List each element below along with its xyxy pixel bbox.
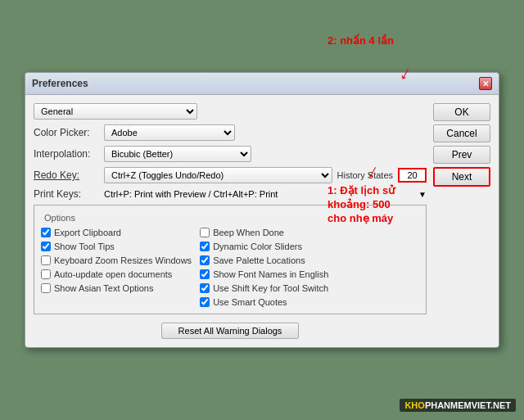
main-content: General Color Picker: Adobe Interpolatio… [34,103,427,339]
watermark-kho: KHO [404,400,424,410]
shift-key-checkbox[interactable] [200,283,210,293]
dynamic-color-checkbox[interactable] [200,242,210,251]
checkbox-asian-text: Show Asian Text Options [41,283,192,293]
print-keys-label: Print Keys: [34,188,99,200]
watermark-rest: PHANMEMVIET.NET [425,400,511,410]
checkbox-auto-update: Auto-update open documents [41,269,192,279]
options-group: Options Export Clipboard Show Tool Tips [34,205,427,314]
font-names-label: Show Font Names in English [213,269,328,279]
print-keys-row: Print Keys: Ctrl+P: Print with Preview /… [34,188,427,200]
options-left-col: Export Clipboard Show Tool Tips Keyboard… [41,228,192,307]
dialog-title: Preferences [32,78,88,89]
checkbox-dynamic-color: Dynamic Color Sliders [200,242,328,251]
history-label: History States [337,170,393,180]
color-picker-row: Color Picker: Adobe [34,124,427,141]
watermark: KHOPHANMEMVIET.NET [400,399,516,412]
smart-quotes-checkbox[interactable] [200,297,210,307]
side-buttons: OK Cancel Prev Next [433,103,490,339]
options-title: Options [41,213,79,223]
title-bar: Preferences ✕ [25,73,499,95]
interpolation-select[interactable]: Bicubic (Better) [104,146,251,162]
close-button[interactable]: ✕ [479,77,492,90]
print-keys-value: Ctrl+P: Print with Preview / Ctrl+Alt+P:… [104,189,413,199]
checkbox-keyboard-zoom: Keyboard Zoom Resizes Windows [41,255,192,265]
shift-key-label: Use Shift Key for Tool Switch [213,283,328,293]
next-button[interactable]: Next [433,167,490,187]
general-row: General [34,103,427,120]
checkbox-save-palette: Save Palette Locations [200,255,328,265]
redo-select[interactable]: Ctrl+Z (Toggles Undo/Redo) [104,167,332,183]
checkbox-smart-quotes: Use Smart Quotes [200,297,328,307]
color-picker-label: Color Picker: [34,127,99,138]
save-palette-checkbox[interactable] [200,255,210,265]
prev-button[interactable]: Prev [433,146,490,164]
save-palette-label: Save Palette Locations [213,255,305,265]
checkbox-shift-key: Use Shift Key for Tool Switch [200,283,328,293]
export-clipboard-label: Export Clipboard [54,228,121,237]
color-picker-select[interactable]: Adobe [104,124,235,141]
checkbox-beep: Beep When Done [200,228,328,237]
asian-text-label: Show Asian Text Options [54,283,153,293]
dynamic-color-label: Dynamic Color Sliders [213,242,302,251]
show-tooltips-checkbox[interactable] [41,242,51,251]
preferences-dialog: Preferences ✕ General Color Picker: Adob… [25,72,499,348]
print-dropdown-icon[interactable]: ▼ [418,190,427,199]
ok-button[interactable]: OK [433,103,490,121]
beep-checkbox[interactable] [200,228,210,237]
show-tooltips-label: Show Tool Tips [54,242,115,251]
interpolation-row: Interpolation: Bicubic (Better) [34,146,427,162]
smart-quotes-label: Use Smart Quotes [213,297,287,307]
auto-update-checkbox[interactable] [41,269,51,279]
cancel-button[interactable]: Cancel [433,124,490,142]
general-select[interactable]: General [34,103,197,120]
auto-update-label: Auto-update open documents [54,269,172,279]
options-columns: Export Clipboard Show Tool Tips Keyboard… [41,228,419,307]
keyboard-zoom-checkbox[interactable] [41,255,51,265]
interpolation-label: Interpolation: [34,148,99,160]
export-clipboard-checkbox[interactable] [41,228,51,237]
options-right-col: Beep When Done Dynamic Color Sliders Sav… [200,228,328,307]
annotation-2: 2: nhấn 4 lần [328,34,394,47]
dialog-body: General Color Picker: Adobe Interpolatio… [25,95,499,347]
checkbox-show-tooltips: Show Tool Tips [41,242,192,251]
reset-button[interactable]: Reset All Warning Dialogs [161,323,300,339]
keyboard-zoom-label: Keyboard Zoom Resizes Windows [54,255,192,265]
reset-btn-row: Reset All Warning Dialogs [34,323,427,339]
checkbox-font-names: Show Font Names in English [200,269,328,279]
checkbox-export-clipboard: Export Clipboard [41,228,192,237]
redo-label: Redo Key: [34,169,99,181]
redo-history-row: Redo Key: Ctrl+Z (Toggles Undo/Redo) His… [34,167,427,183]
font-names-checkbox[interactable] [200,269,210,279]
history-states-input[interactable]: 20 [398,168,427,183]
asian-text-checkbox[interactable] [41,283,51,293]
beep-label: Beep When Done [213,228,284,237]
